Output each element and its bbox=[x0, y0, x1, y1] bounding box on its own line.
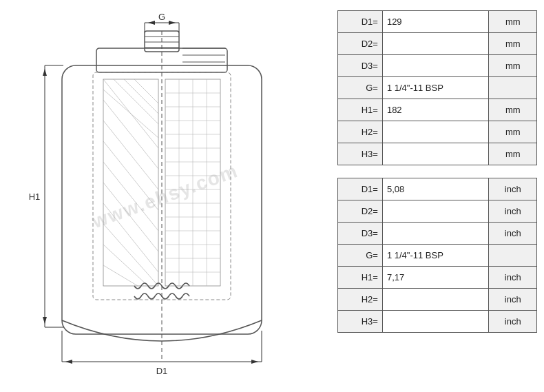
row-value bbox=[382, 143, 489, 165]
row-value: 7,17 bbox=[382, 267, 489, 289]
table-row: D3=inch bbox=[338, 223, 537, 245]
row-value: 1 1/4"-11 BSP bbox=[382, 77, 489, 99]
row-label: D3= bbox=[338, 223, 383, 245]
table-row: H2=mm bbox=[338, 121, 537, 143]
row-unit: inch bbox=[489, 200, 537, 223]
row-label: D1= bbox=[338, 11, 383, 33]
row-label: H3= bbox=[338, 311, 383, 333]
diagram-panel: www.ehsy.com bbox=[0, 0, 331, 392]
table-row: H1=182mm bbox=[338, 99, 537, 121]
h1-label: H1 bbox=[29, 192, 41, 202]
row-unit: inch bbox=[489, 267, 537, 289]
table-row: D1=5,08inch bbox=[338, 178, 537, 200]
mm-table: D1=129mmD2=mmD3=mmG=1 1/4"-11 BSPH1=182m… bbox=[337, 10, 537, 165]
table-row: H3=mm bbox=[338, 143, 537, 165]
row-value bbox=[382, 223, 489, 245]
svg-line-19 bbox=[114, 79, 158, 124]
row-value: 129 bbox=[382, 11, 489, 33]
table-row: D2=inch bbox=[338, 200, 537, 223]
row-unit: mm bbox=[489, 99, 537, 121]
row-value bbox=[382, 33, 489, 55]
row-unit: inch bbox=[489, 178, 537, 200]
row-unit bbox=[489, 245, 537, 267]
table-row: D1=129mm bbox=[338, 11, 537, 33]
row-unit: mm bbox=[489, 121, 537, 143]
row-unit: mm bbox=[489, 33, 537, 55]
row-label: H1= bbox=[338, 99, 383, 121]
svg-line-17 bbox=[103, 203, 158, 272]
row-value: 5,08 bbox=[382, 178, 489, 200]
spec-panel: D1=129mmD2=mmD3=mmG=1 1/4"-11 BSPH1=182m… bbox=[331, 0, 544, 392]
row-value: 182 bbox=[382, 99, 489, 121]
row-label: D2= bbox=[338, 200, 383, 223]
svg-line-21 bbox=[134, 79, 158, 103]
svg-marker-52 bbox=[251, 360, 258, 364]
row-value bbox=[382, 311, 489, 333]
row-value bbox=[382, 289, 489, 311]
table-row: G=1 1/4"-11 BSP bbox=[338, 77, 537, 99]
svg-line-12 bbox=[103, 100, 158, 169]
row-label: H3= bbox=[338, 143, 383, 165]
row-value bbox=[382, 121, 489, 143]
row-unit: mm bbox=[489, 11, 537, 33]
row-unit: inch bbox=[489, 289, 537, 311]
svg-line-20 bbox=[124, 79, 158, 114]
svg-marker-51 bbox=[65, 360, 72, 364]
svg-line-16 bbox=[103, 183, 158, 251]
svg-line-24 bbox=[103, 90, 158, 138]
table-row: D3=mm bbox=[338, 55, 537, 77]
row-label: G= bbox=[338, 245, 383, 267]
row-unit: mm bbox=[489, 143, 537, 165]
table-row: H3=inch bbox=[338, 311, 537, 333]
svg-marker-46 bbox=[43, 69, 47, 76]
row-unit: inch bbox=[489, 311, 537, 333]
inch-table: D1=5,08inchD2=inchD3=inchG=1 1/4"-11 BSP… bbox=[337, 178, 537, 333]
row-value bbox=[382, 55, 489, 77]
row-unit: inch bbox=[489, 223, 537, 245]
row-label: H1= bbox=[338, 267, 383, 289]
table-row: G=1 1/4"-11 BSP bbox=[338, 245, 537, 267]
svg-marker-47 bbox=[43, 317, 47, 324]
svg-marker-56 bbox=[148, 21, 155, 25]
row-label: D3= bbox=[338, 55, 383, 77]
row-label: D2= bbox=[338, 33, 383, 55]
g-label: G bbox=[158, 12, 165, 22]
row-label: D1= bbox=[338, 178, 383, 200]
svg-line-15 bbox=[103, 162, 158, 231]
row-unit: mm bbox=[489, 55, 537, 77]
technical-drawing: H1 D1 G bbox=[14, 10, 317, 382]
row-label: H2= bbox=[338, 289, 383, 311]
table-row: D2=mm bbox=[338, 33, 537, 55]
table-row: H2=inch bbox=[338, 289, 537, 311]
svg-line-23 bbox=[103, 265, 138, 286]
row-unit bbox=[489, 77, 537, 99]
row-value: 1 1/4"-11 BSP bbox=[382, 245, 489, 267]
table-row: H1=7,17inch bbox=[338, 267, 537, 289]
svg-marker-57 bbox=[169, 21, 176, 25]
svg-line-13 bbox=[103, 121, 158, 189]
row-label: H2= bbox=[338, 121, 383, 143]
d1-label: D1 bbox=[156, 366, 168, 376]
row-label: G= bbox=[338, 77, 383, 99]
svg-line-14 bbox=[103, 141, 158, 210]
svg-line-18 bbox=[103, 224, 158, 286]
row-value bbox=[382, 200, 489, 223]
